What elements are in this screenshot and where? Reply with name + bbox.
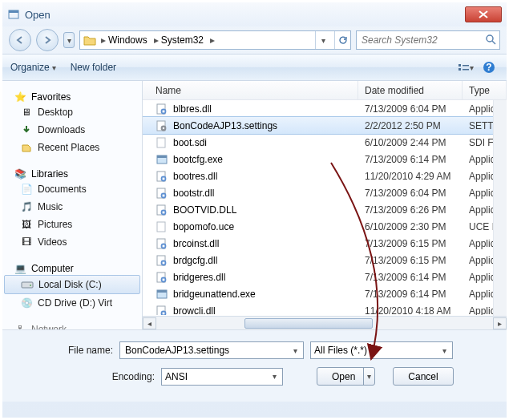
file-row[interactable]: boot.sdi6/10/2009 2:44 PMSDI Fil — [143, 134, 507, 151]
scroll-thumb[interactable] — [244, 318, 373, 329]
folder-icon — [83, 34, 96, 46]
file-date: 7/13/2009 6:04 PM — [358, 188, 463, 199]
nav-recent[interactable]: Recent Places — [2, 139, 142, 156]
file-row[interactable]: brcoinst.dll7/13/2009 6:15 PMApplic — [143, 235, 507, 252]
search-input[interactable] — [360, 34, 485, 46]
col-type[interactable]: Type — [463, 81, 507, 99]
svg-text:?: ? — [486, 62, 491, 73]
chevron-down-icon[interactable]: ▾ — [289, 344, 301, 357]
file-row[interactable]: bootcfg.exe7/13/2009 6:14 PMApplic — [143, 151, 507, 168]
col-name[interactable]: Name — [143, 81, 358, 99]
file-row[interactable]: browcli.dll11/20/2010 4:18 AMApplic — [143, 302, 507, 315]
filename-label: File name: — [17, 345, 113, 356]
nav-forward-button[interactable] — [36, 29, 59, 51]
nav-videos[interactable]: 🎞Videos — [2, 233, 142, 251]
encoding-combo[interactable]: ANSI ▾ — [161, 368, 283, 386]
file-row[interactable]: BOOTVID.DLL7/13/2009 6:26 PMApplic — [143, 201, 507, 218]
open-dialog: Open ▾ ▸Windows ▸System32 ▸ ▾ Organize ▾… — [0, 0, 509, 420]
scroll-left-button[interactable]: ◂ — [143, 317, 156, 329]
file-row[interactable]: blbres.dll7/13/2009 6:04 PMApplic — [143, 100, 507, 117]
address-dropdown[interactable]: ▾ — [315, 31, 331, 49]
nav-cd-drive[interactable]: 💿CD Drive (D:) Virt — [2, 294, 142, 312]
file-row[interactable]: bridgeres.dll7/13/2009 6:14 PMApplic — [143, 269, 507, 285]
chevron-right-icon: ▸ — [101, 34, 106, 46]
nav-favorites[interactable]: ⭐Favorites — [2, 91, 142, 103]
desktop-icon: 🖥 — [20, 106, 33, 119]
crumb-system32[interactable]: System32 — [161, 34, 204, 46]
file-row[interactable]: brdgcfg.dll7/13/2009 6:15 PMApplic — [143, 252, 507, 269]
file-date: 2/2/2012 2:50 PM — [358, 120, 463, 131]
nav-network[interactable]: 🖧Network — [2, 323, 142, 329]
music-icon: 🎵 — [20, 200, 33, 213]
file-icon — [156, 136, 168, 149]
chevron-down-icon[interactable]: ▾ — [438, 344, 450, 357]
file-name: bootcfg.exe — [173, 154, 223, 165]
column-headers: Name Date modified Type — [143, 81, 507, 100]
file-date: 7/13/2009 6:14 PM — [358, 154, 463, 165]
nav-documents[interactable]: 📄Documents — [2, 180, 142, 198]
cancel-button[interactable]: Cancel — [393, 367, 453, 386]
close-button[interactable] — [465, 6, 502, 22]
file-date: 7/13/2009 6:26 PM — [358, 204, 463, 216]
open-split-icon[interactable]: ▾ — [363, 368, 371, 385]
crumb-windows[interactable]: Windows — [108, 34, 147, 46]
nav-history-button[interactable]: ▾ — [63, 32, 75, 48]
file-icon — [156, 288, 168, 301]
nav-libraries[interactable]: 📚Libraries — [2, 168, 142, 180]
file-row[interactable]: bootres.dll11/20/2010 4:29 AMApplic — [143, 168, 507, 184]
nav-computer[interactable]: 💻Computer — [2, 262, 142, 275]
refresh-button[interactable] — [334, 31, 350, 49]
file-icon — [156, 305, 168, 316]
file-icon — [156, 254, 168, 267]
vertical-scrollbar[interactable] — [493, 100, 507, 316]
file-name: blbres.dll — [173, 103, 212, 115]
file-rows[interactable]: blbres.dll7/13/2009 6:04 PMApplicBonCode… — [143, 100, 507, 315]
svg-point-16 — [163, 127, 164, 128]
view-options-button[interactable]: ▾ — [455, 59, 475, 76]
file-date: 7/13/2009 6:04 PM — [358, 103, 463, 115]
new-folder-button[interactable]: New folder — [71, 62, 116, 73]
file-icon — [156, 103, 168, 115]
scroll-right-button[interactable]: ▸ — [493, 317, 507, 329]
address-bar[interactable]: ▸Windows ▸System32 ▸ ▾ — [79, 30, 351, 50]
organize-menu[interactable]: Organize ▾ — [10, 62, 56, 73]
nav-back-button[interactable] — [9, 29, 31, 51]
file-icon — [156, 204, 168, 216]
horizontal-scrollbar[interactable]: ◂ ▸ — [143, 316, 507, 329]
nav-pane[interactable]: ⭐Favorites 🖥Desktop Downloads Recent Pla… — [2, 81, 143, 329]
downloads-icon — [20, 123, 33, 136]
svg-rect-32 — [163, 244, 165, 247]
file-row[interactable]: BonCodeAJP13.settings2/2/2012 2:50 PMSET… — [143, 117, 507, 134]
nav-local-disk-c[interactable]: Local Disk (C:) — [4, 275, 140, 294]
chevron-down-icon: ▾ — [52, 63, 56, 72]
help-button[interactable]: ? — [479, 59, 499, 76]
nav-downloads[interactable]: Downloads — [2, 121, 142, 139]
svg-rect-22 — [163, 177, 165, 180]
filename-combo[interactable]: ▾ — [119, 341, 304, 359]
chevron-down-icon[interactable]: ▾ — [268, 370, 281, 383]
filename-input[interactable] — [123, 344, 300, 357]
file-icon — [156, 170, 168, 183]
open-button[interactable]: Open▾ — [317, 367, 375, 386]
file-list: Name Date modified Type blbres.dll7/13/2… — [143, 81, 507, 329]
file-name: BOOTVID.DLL — [173, 204, 236, 216]
encoding-label: Encoding: — [17, 371, 155, 382]
svg-rect-1 — [9, 10, 18, 13]
file-row[interactable]: bridgeunattend.exe7/13/2009 6:14 PMAppli… — [143, 285, 507, 302]
file-name: boot.sdi — [173, 137, 207, 148]
nav-desktop[interactable]: 🖥Desktop — [2, 103, 142, 121]
filter-combo[interactable]: All Files (*.*) ▾ — [310, 341, 453, 359]
file-row[interactable]: bootstr.dll7/13/2009 6:04 PMApplic — [143, 184, 507, 201]
svg-rect-43 — [163, 312, 165, 314]
svg-rect-4 — [459, 68, 461, 71]
nav-pictures[interactable]: 🖼Pictures — [2, 216, 142, 233]
svg-rect-35 — [163, 261, 165, 264]
svg-rect-29 — [157, 222, 165, 232]
network-icon: 🖧 — [14, 323, 26, 329]
col-date[interactable]: Date modified — [358, 81, 463, 99]
file-row[interactable]: bopomofo.uce6/10/2009 2:30 PMUCE Fi — [143, 218, 507, 235]
window-title: Open — [25, 9, 463, 21]
search-box[interactable] — [356, 30, 500, 50]
nav-music[interactable]: 🎵Music — [2, 198, 142, 216]
svg-rect-13 — [163, 110, 165, 112]
